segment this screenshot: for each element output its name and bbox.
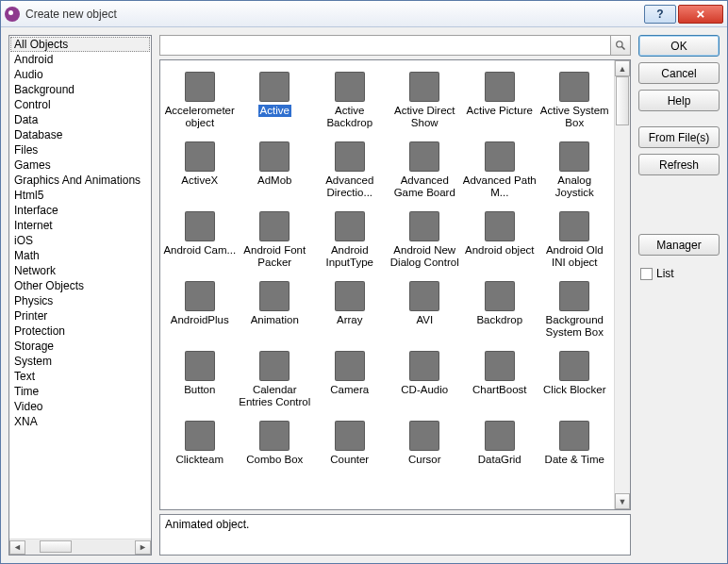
- object-item[interactable]: DataGrid: [462, 417, 538, 487]
- sidebar-item-interface[interactable]: Interface: [10, 203, 150, 218]
- scroll-thumb[interactable]: [40, 540, 72, 553]
- sidebar-item-storage[interactable]: Storage: [10, 339, 150, 354]
- scroll-track[interactable]: [25, 540, 135, 555]
- object-item[interactable]: Android Cam...: [162, 207, 238, 277]
- scroll-thumb[interactable]: [616, 76, 629, 125]
- object-item[interactable]: Active Picture: [462, 68, 538, 138]
- object-item[interactable]: Advanced Game Board: [388, 138, 463, 207]
- object-item[interactable]: Calendar Entries Control: [238, 347, 313, 417]
- object-item[interactable]: AVI: [388, 277, 463, 347]
- object-item[interactable]: Camera: [312, 347, 388, 417]
- object-item[interactable]: Android New Dialog Control: [388, 207, 463, 277]
- object-item[interactable]: Combo Box: [238, 417, 313, 487]
- sidebar-item-all-objects[interactable]: All Objects: [10, 37, 150, 52]
- object-label: Camera: [330, 384, 369, 396]
- search-button[interactable]: [610, 35, 631, 56]
- help-button[interactable]: ?: [644, 5, 676, 24]
- object-grid: Accelerometer objectActiveActive Backdro…: [160, 60, 614, 489]
- object-item[interactable]: Accelerometer object: [162, 68, 238, 138]
- sidebar-item-protection[interactable]: Protection: [10, 323, 150, 339]
- sidebar-item-control[interactable]: Control: [10, 97, 150, 112]
- object-item[interactable]: Clickteam: [162, 417, 238, 487]
- sidebar-item-files[interactable]: Files: [10, 142, 150, 158]
- sidebar-item-physics[interactable]: Physics: [10, 293, 150, 308]
- sidebar-item-internet[interactable]: Internet: [10, 218, 150, 233]
- object-item[interactable]: Active System Box: [538, 68, 613, 138]
- scroll-right-icon[interactable]: ►: [135, 540, 151, 555]
- object-item[interactable]: AdMob: [238, 138, 313, 207]
- scroll-left-icon[interactable]: ◄: [9, 540, 25, 555]
- sidebar-item-printer[interactable]: Printer: [10, 308, 150, 323]
- sidebar-item-html5[interactable]: Html5: [10, 188, 150, 203]
- object-item[interactable]: Advanced Directio...: [312, 138, 388, 207]
- button-column: OK Cancel Help From File(s) Refresh Mana…: [638, 35, 720, 556]
- object-item[interactable]: Background System Box: [538, 277, 613, 347]
- sidebar-item-android[interactable]: Android: [10, 52, 150, 67]
- sidebar-hscrollbar[interactable]: ◄ ►: [9, 539, 151, 555]
- ok-button[interactable]: OK: [638, 35, 720, 57]
- object-label: Android Cam...: [163, 244, 236, 257]
- from-files-button[interactable]: From File(s): [638, 126, 720, 148]
- help-button-right[interactable]: Help: [638, 90, 720, 111]
- main-panel: Accelerometer objectActiveActive Backdro…: [159, 35, 631, 556]
- object-item[interactable]: ActiveX: [162, 138, 238, 207]
- object-label: Advanced Path M...: [463, 174, 537, 199]
- object-item[interactable]: CD-Audio: [388, 347, 463, 417]
- object-item[interactable]: Counter: [312, 417, 388, 487]
- object-item[interactable]: Animation: [238, 277, 313, 347]
- sidebar-item-games[interactable]: Games: [10, 158, 150, 173]
- object-item[interactable]: Active: [238, 68, 313, 138]
- object-item[interactable]: AndroidPlus: [162, 277, 238, 347]
- refresh-label: Refresh: [659, 158, 699, 172]
- category-list[interactable]: All ObjectsAndroidAudioBackgroundControl…: [9, 36, 151, 539]
- object-item[interactable]: Android object: [462, 207, 538, 277]
- sidebar-item-video[interactable]: Video: [10, 399, 150, 414]
- sidebar-item-database[interactable]: Database: [10, 127, 150, 142]
- sidebar-item-graphics-and-animations[interactable]: Graphics And Animations: [10, 173, 150, 188]
- search-input[interactable]: [159, 35, 611, 56]
- object-item[interactable]: Android InputType: [312, 207, 388, 277]
- object-label: Active Backdrop: [313, 105, 387, 129]
- scroll-up-icon[interactable]: ▲: [615, 60, 630, 76]
- sidebar-item-system[interactable]: System: [10, 354, 150, 369]
- ic-cd-icon: [409, 351, 439, 381]
- sidebar-item-network[interactable]: Network: [10, 263, 150, 278]
- object-item[interactable]: Cursor: [388, 417, 463, 487]
- list-checkbox[interactable]: [640, 268, 653, 280]
- object-label: Analog Joystick: [538, 174, 611, 199]
- object-item[interactable]: Array: [312, 277, 388, 347]
- object-item[interactable]: ChartBoost: [462, 347, 538, 417]
- refresh-button[interactable]: Refresh: [638, 154, 720, 175]
- sidebar-item-data[interactable]: Data: [10, 112, 150, 127]
- object-item[interactable]: Backdrop: [462, 277, 538, 347]
- sidebar-item-text[interactable]: Text: [10, 369, 150, 384]
- cancel-button[interactable]: Cancel: [638, 62, 720, 84]
- list-checkbox-row[interactable]: List: [638, 267, 720, 280]
- manager-button[interactable]: Manager: [638, 234, 720, 256]
- object-item[interactable]: Button: [162, 347, 238, 417]
- manager-label: Manager: [656, 239, 701, 252]
- sidebar-item-time[interactable]: Time: [10, 384, 150, 399]
- dialog-window: Create new object ? × All ObjectsAndroid…: [0, 0, 728, 564]
- object-item[interactable]: Android Font Packer: [238, 207, 313, 277]
- sidebar-item-audio[interactable]: Audio: [10, 67, 150, 82]
- object-item[interactable]: Advanced Path M...: [462, 138, 538, 207]
- object-item[interactable]: Analog Joystick: [538, 138, 613, 207]
- sidebar-item-background[interactable]: Background: [10, 82, 150, 97]
- object-grid-scroll[interactable]: Accelerometer objectActiveActive Backdro…: [160, 60, 614, 509]
- object-item[interactable]: Android Old INI object: [538, 207, 613, 277]
- ic-chart-icon: [485, 351, 515, 381]
- sidebar-item-ios[interactable]: iOS: [10, 233, 150, 248]
- sidebar-item-math[interactable]: Math: [10, 248, 150, 263]
- object-item[interactable]: Date & Time: [538, 417, 613, 487]
- scroll-track[interactable]: [615, 76, 630, 493]
- ic-combo-icon: [259, 421, 290, 451]
- object-item[interactable]: Active Direct Show: [388, 68, 463, 138]
- sidebar-item-xna[interactable]: XNA: [10, 414, 150, 429]
- sidebar-item-other-objects[interactable]: Other Objects: [10, 278, 150, 293]
- object-vscrollbar[interactable]: ▲ ▼: [614, 60, 630, 509]
- object-item[interactable]: Active Backdrop: [312, 68, 388, 138]
- window-close-button[interactable]: ×: [678, 5, 723, 24]
- scroll-down-icon[interactable]: ▼: [615, 493, 630, 509]
- object-item[interactable]: Click Blocker: [538, 347, 613, 417]
